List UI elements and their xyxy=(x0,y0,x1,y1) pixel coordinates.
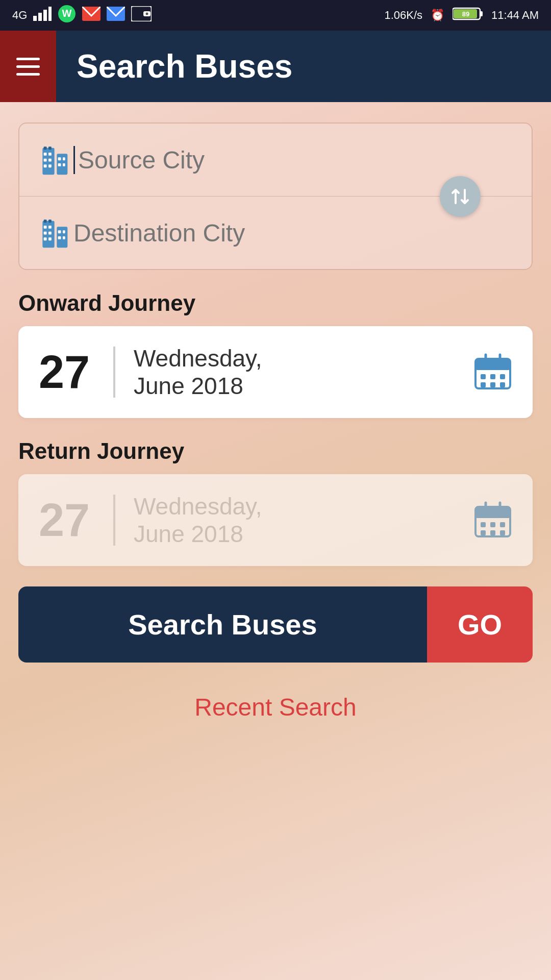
svg-rect-42 xyxy=(63,236,65,239)
return-day: 27 xyxy=(39,494,95,547)
svg-rect-3 xyxy=(48,7,52,21)
svg-rect-57 xyxy=(481,522,486,527)
menu-button[interactable] xyxy=(0,31,56,102)
svg-rect-33 xyxy=(44,226,47,229)
svg-rect-18 xyxy=(48,146,52,150)
svg-rect-19 xyxy=(44,153,47,156)
wallet-icon xyxy=(131,6,152,24)
city-input-container xyxy=(18,122,533,270)
gmail-icon-1 xyxy=(82,7,101,24)
svg-rect-21 xyxy=(44,159,47,162)
svg-rect-34 xyxy=(48,226,52,229)
svg-rect-32 xyxy=(48,219,52,223)
svg-rect-27 xyxy=(58,163,61,166)
network-indicator: 4G xyxy=(12,9,27,22)
status-right: 1.06K/s ⏰ 89 11:44 AM xyxy=(384,6,539,24)
onward-journey-card[interactable]: 27 Wednesday, June 2018 xyxy=(18,326,533,418)
destination-city-input[interactable] xyxy=(73,219,513,247)
app-header: Search Buses xyxy=(0,31,551,102)
destination-city-icon xyxy=(38,215,73,251)
svg-rect-48 xyxy=(490,374,495,379)
svg-rect-47 xyxy=(481,374,486,379)
onward-monthyear: June 2018 xyxy=(134,372,473,400)
return-divider xyxy=(113,495,115,546)
return-journey-label: Return Journey xyxy=(18,438,533,464)
svg-rect-44 xyxy=(475,359,510,370)
onward-divider xyxy=(113,347,115,398)
svg-rect-60 xyxy=(481,530,486,535)
main-content: Onward Journey 27 Wednesday, June 2018 R… xyxy=(0,102,551,752)
svg-rect-62 xyxy=(500,530,505,535)
menu-line-2 xyxy=(16,65,40,68)
svg-rect-38 xyxy=(48,237,52,240)
svg-rect-37 xyxy=(44,237,47,240)
search-button-container[interactable]: Search Buses GO xyxy=(18,586,533,663)
gmail-icon-2 xyxy=(107,7,125,24)
svg-rect-36 xyxy=(48,232,52,235)
svg-rect-39 xyxy=(58,230,61,233)
battery-icon: 89 xyxy=(453,6,483,24)
return-weekday: Wednesday, xyxy=(134,493,473,520)
svg-rect-35 xyxy=(44,232,47,235)
svg-rect-25 xyxy=(58,157,61,160)
svg-rect-31 xyxy=(44,219,47,223)
svg-rect-61 xyxy=(490,530,495,535)
svg-rect-50 xyxy=(481,382,486,387)
alarm-icon: ⏰ xyxy=(431,9,444,22)
svg-rect-52 xyxy=(500,382,505,387)
svg-rect-17 xyxy=(44,146,47,150)
source-city-input[interactable] xyxy=(73,146,513,174)
svg-rect-2 xyxy=(43,10,47,21)
onward-weekday: Wednesday, xyxy=(134,345,473,372)
go-button[interactable]: GO xyxy=(427,586,533,663)
page-title: Search Buses xyxy=(56,47,292,85)
svg-rect-41 xyxy=(58,236,61,239)
recent-search-link[interactable]: Recent Search xyxy=(18,683,533,731)
whatsapp-icon: W xyxy=(58,5,76,26)
svg-rect-59 xyxy=(500,522,505,527)
svg-rect-1 xyxy=(38,13,42,21)
search-buses-button[interactable]: Search Buses xyxy=(18,586,427,663)
svg-rect-24 xyxy=(48,164,52,167)
swap-icon xyxy=(448,185,472,208)
status-bar: 4G W xyxy=(0,0,551,31)
svg-rect-51 xyxy=(490,382,495,387)
time-display: 11:44 AM xyxy=(491,9,539,22)
svg-text:W: W xyxy=(62,8,72,19)
svg-rect-23 xyxy=(44,164,47,167)
onward-day: 27 xyxy=(39,346,95,399)
svg-rect-58 xyxy=(490,522,495,527)
svg-rect-28 xyxy=(63,163,65,166)
svg-rect-26 xyxy=(63,157,65,160)
return-calendar-icon xyxy=(473,501,512,540)
svg-rect-12 xyxy=(480,11,483,16)
svg-point-10 xyxy=(146,13,148,15)
swap-button[interactable] xyxy=(440,176,481,217)
svg-rect-49 xyxy=(500,374,505,379)
menu-line-3 xyxy=(16,73,40,76)
signal-bars xyxy=(33,7,52,24)
svg-rect-54 xyxy=(475,507,510,518)
onward-calendar-icon xyxy=(473,353,512,391)
source-city-icon xyxy=(38,142,73,178)
return-date-info: Wednesday, June 2018 xyxy=(134,493,473,548)
return-journey-card[interactable]: 27 Wednesday, June 2018 xyxy=(18,474,533,566)
svg-rect-22 xyxy=(48,159,52,162)
status-left: 4G W xyxy=(12,5,152,26)
menu-line-1 xyxy=(16,58,40,60)
onward-date-info: Wednesday, June 2018 xyxy=(134,345,473,400)
onward-journey-label: Onward Journey xyxy=(18,290,533,316)
return-monthyear: June 2018 xyxy=(134,520,473,548)
network-speed: 1.06K/s xyxy=(384,9,422,22)
svg-rect-40 xyxy=(63,230,65,233)
svg-rect-20 xyxy=(48,153,52,156)
svg-rect-0 xyxy=(33,16,37,21)
svg-text:89: 89 xyxy=(462,10,469,18)
